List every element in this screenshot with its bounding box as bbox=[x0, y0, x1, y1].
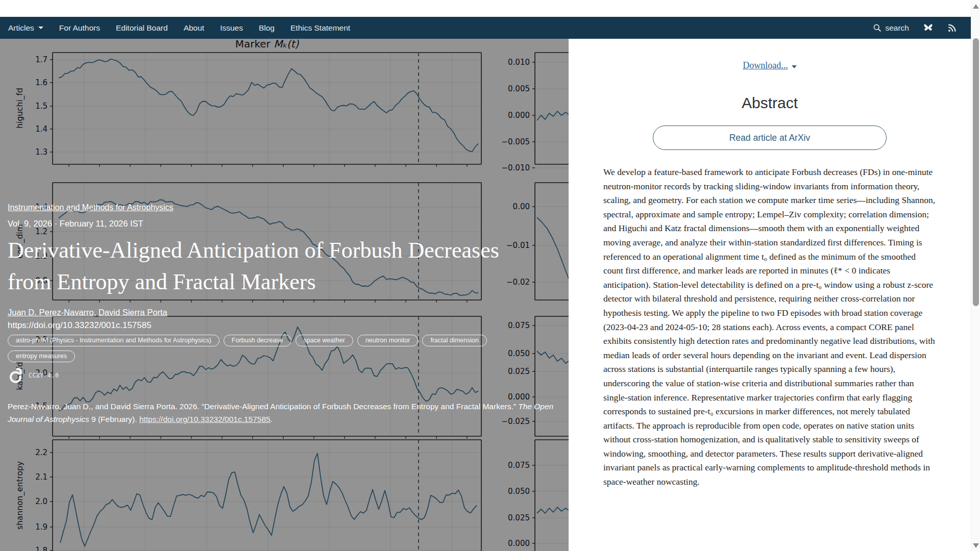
license-label: CCBY-4.0 bbox=[29, 372, 59, 379]
abstract-heading: Abstract bbox=[569, 94, 971, 112]
nav-menu: ArticlesFor AuthorsEditorial BoardAboutI… bbox=[8, 23, 350, 33]
article-hero: 1.71.61.51.41.30.0100.0050.000−0.005−0.0… bbox=[0, 39, 569, 551]
scrollbar-down-arrow-icon[interactable] bbox=[973, 543, 979, 548]
rss-icon bbox=[947, 23, 957, 33]
tag-pill[interactable]: fractal dimension bbox=[422, 335, 487, 346]
rss-link[interactable] bbox=[947, 23, 957, 33]
download-row: Download... bbox=[569, 39, 971, 71]
main-nav: ArticlesFor AuthorsEditorial BoardAboutI… bbox=[0, 17, 971, 39]
nav-item-label: About bbox=[184, 23, 205, 33]
author-link-2[interactable]: David Sierra Porta bbox=[99, 308, 167, 317]
volume-date: Vol. 9, 2026 · February 11, 2026 IST bbox=[8, 219, 143, 229]
author-list: Juan D. Perez-Navarro, David Sierra Port… bbox=[8, 308, 167, 317]
nav-item-label: For Authors bbox=[59, 23, 100, 33]
tag-pill[interactable]: Forbush decrease bbox=[224, 335, 291, 346]
search-icon bbox=[873, 23, 881, 32]
download-dropdown[interactable]: Download... bbox=[743, 60, 797, 70]
article-title-line1: Derivative-Aligned Anticipation of Forbu… bbox=[8, 235, 564, 266]
open-access-icon bbox=[8, 367, 23, 383]
author-separator: , bbox=[94, 308, 99, 317]
caret-down-icon bbox=[792, 65, 797, 68]
bluesky-link[interactable] bbox=[923, 23, 934, 33]
abstract-text: We develop a feature-based framework to … bbox=[603, 165, 936, 489]
search-link[interactable]: search bbox=[873, 23, 909, 33]
nav-item-for-authors[interactable]: For Authors bbox=[59, 23, 100, 33]
nav-item-label: Articles bbox=[8, 23, 34, 33]
browser-top-strip bbox=[0, 0, 971, 17]
citation-text: Perez-Navarro, Juan D., and David Sierra… bbox=[8, 402, 518, 411]
caret-down-icon bbox=[38, 27, 43, 29]
article-title-line2: from Entropy and Fractal Markers bbox=[8, 266, 564, 298]
citation-text: 9 (February). bbox=[89, 415, 139, 423]
page-scrollbar[interactable] bbox=[971, 0, 980, 551]
tag-pill[interactable]: entropy measures bbox=[8, 350, 75, 362]
scrollbar-thumb[interactable] bbox=[973, 38, 979, 306]
citation-text: . bbox=[271, 415, 273, 423]
nav-right: search bbox=[873, 23, 957, 33]
nav-item-label: Blog bbox=[259, 23, 275, 33]
nav-item-label: Issues bbox=[220, 23, 243, 33]
read-at-arxiv-button[interactable]: Read article at ArXiv bbox=[653, 126, 887, 150]
nav-item-articles[interactable]: Articles bbox=[8, 23, 43, 33]
nav-item-issues[interactable]: Issues bbox=[220, 23, 243, 33]
nav-item-label: Ethics Statement bbox=[290, 23, 350, 33]
article-title: Derivative-Aligned Anticipation of Forbu… bbox=[8, 235, 564, 298]
nav-item-ethics-statement[interactable]: Ethics Statement bbox=[290, 23, 350, 33]
tag-pill[interactable]: space weather bbox=[296, 335, 353, 346]
scrollbar-up-arrow-icon[interactable] bbox=[973, 4, 979, 9]
tag-pill[interactable]: neutron monitor bbox=[357, 335, 419, 346]
article-content-panel: Download... Abstract Read article at ArX… bbox=[569, 39, 971, 551]
tag-pill[interactable]: astro-ph.IM (Physics - Instrumentation a… bbox=[8, 335, 219, 346]
nav-item-about[interactable]: About bbox=[184, 23, 205, 33]
citation-doi-link[interactable]: https://doi.org/10.33232/001c.157585 bbox=[139, 415, 271, 423]
search-label: search bbox=[885, 23, 909, 33]
tag-list: astro-ph.IM (Physics - Instrumentation a… bbox=[8, 335, 538, 362]
butterfly-icon bbox=[923, 23, 934, 33]
nav-item-label: Editorial Board bbox=[116, 23, 168, 33]
license-row: CCBY-4.0 bbox=[8, 367, 59, 383]
nav-item-editorial-board[interactable]: Editorial Board bbox=[116, 23, 168, 33]
doi-text: https://doi.org/10.33232/001c.157585 bbox=[8, 320, 152, 331]
section-link[interactable]: Instrumentation and Methods for Astrophy… bbox=[8, 203, 174, 212]
download-label: Download... bbox=[743, 60, 788, 70]
author-link-1[interactable]: Juan D. Perez-Navarro bbox=[8, 308, 94, 317]
nav-item-blog[interactable]: Blog bbox=[259, 23, 275, 33]
citation: Perez-Navarro, Juan D., and David Sierra… bbox=[8, 400, 565, 425]
